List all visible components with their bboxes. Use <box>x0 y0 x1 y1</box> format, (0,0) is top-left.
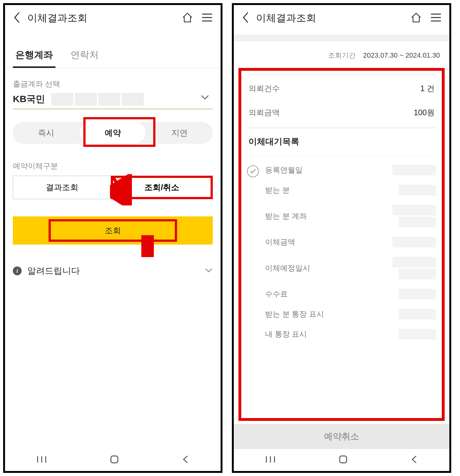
cancel-reservation-button[interactable]: 예약취소 <box>234 424 449 449</box>
pending-item[interactable]: 등록연월일 받는 분 받는 분 계좌 이체금액 이체예정일시 수수료 받는 분 … <box>247 165 436 341</box>
seg-reserved[interactable]: 예약 <box>80 122 146 144</box>
masked-value <box>392 165 436 175</box>
seg-immediate[interactable]: 즉시 <box>13 122 80 144</box>
notice-row[interactable]: i 알려드립니다 <box>13 265 213 277</box>
label-fee: 수수료 <box>265 289 288 299</box>
count-label: 의뢰건수 <box>248 83 280 94</box>
account-select[interactable]: KB국민 <box>13 93 213 109</box>
home-icon[interactable] <box>181 11 194 25</box>
chevron-down-icon <box>200 94 210 102</box>
masked-value <box>392 237 436 247</box>
nav-home-icon[interactable] <box>110 455 119 465</box>
pending-list-title: 이체대기목록 <box>247 136 436 147</box>
content-left: 출금계좌 선택 KB국민 즉시 예약 지연 예약이체구분 결과조회 조회/취소 … <box>5 68 221 449</box>
home-icon[interactable] <box>410 11 422 25</box>
page-title: 이체결과조회 <box>27 11 175 25</box>
masked-value <box>399 329 436 339</box>
detail-list: 등록연월일 받는 분 받는 분 계좌 이체금액 이체예정일시 수수료 받는 분 … <box>265 165 436 341</box>
tabs: 은행계좌 연락처 <box>5 44 221 68</box>
annotation-arrow-1 <box>110 174 132 205</box>
label-my-memo: 내 통장 표시 <box>265 329 307 339</box>
android-nav-bar <box>5 449 221 471</box>
svg-line-3 <box>113 177 126 198</box>
account-select-label: 출금계좌 선택 <box>13 79 213 89</box>
period-row: 조회기간 2023.07.30 ~ 2024.01.30 <box>234 41 449 68</box>
amount-value: 100원 <box>414 107 435 118</box>
highlight-result-box: 의뢰건수 1 건 의뢰금액 100원 이체대기목록 등록연월일 받는 분 받는 … <box>238 68 445 421</box>
transfer-type-segment: 즉시 예약 지연 <box>13 122 213 144</box>
masked-value <box>392 257 436 279</box>
label-recipient: 받는 분 <box>265 185 290 195</box>
masked-value <box>392 205 436 227</box>
masked-value <box>399 309 436 319</box>
label-recv-memo: 받는 분 통장 표시 <box>265 309 324 319</box>
header: 이체결과조회 <box>5 5 221 31</box>
tab-bank-account[interactable]: 은행계좌 <box>13 44 55 68</box>
svg-rect-15 <box>340 456 347 463</box>
nav-recent-icon[interactable] <box>36 455 47 465</box>
separator-strip <box>234 34 449 41</box>
summary-count: 의뢰건수 1 건 <box>247 76 436 101</box>
back-icon[interactable] <box>13 11 21 25</box>
nav-recent-icon[interactable] <box>265 455 276 465</box>
back-icon[interactable] <box>242 11 250 25</box>
menu-icon[interactable] <box>201 13 213 23</box>
label-amount: 이체금액 <box>265 237 295 247</box>
annotation-arrow-2 <box>141 235 154 257</box>
nav-back-icon[interactable] <box>182 455 189 465</box>
page-title: 이체결과조회 <box>256 11 404 25</box>
summary-amount: 의뢰금액 100원 <box>247 101 436 125</box>
account-masked <box>51 93 144 106</box>
label-schedule: 이체예정일시 <box>265 263 310 273</box>
count-value: 1 건 <box>420 83 435 94</box>
notice-text: 알려드립니다 <box>27 265 199 277</box>
submit-highlight: 조회 <box>49 219 177 242</box>
bank-name: KB국민 <box>13 93 45 106</box>
nav-back-icon[interactable] <box>410 455 418 465</box>
phone-right: 이체결과조회 조회기간 2023.07.30 ~ 2024.01.30 의뢰건수… <box>232 3 451 473</box>
btn-result-inquiry[interactable]: 결과조회 <box>13 176 111 199</box>
phone-left: 이체결과조회 은행계좌 연락처 출금계좌 선택 KB국민 즉시 <box>3 3 222 473</box>
menu-icon[interactable] <box>430 13 442 23</box>
divider <box>247 157 436 157</box>
seg-delayed[interactable]: 지연 <box>146 122 213 144</box>
check-icon[interactable] <box>247 165 259 177</box>
android-nav-bar <box>234 449 449 471</box>
nav-home-icon[interactable] <box>338 455 348 465</box>
masked-value <box>399 185 436 195</box>
label-reg-date: 등록연월일 <box>265 165 303 175</box>
tab-contact[interactable]: 연락처 <box>68 44 101 68</box>
amount-label: 의뢰금액 <box>248 107 280 118</box>
submit-button[interactable]: 조회 <box>13 216 213 245</box>
divider <box>247 128 436 128</box>
svg-rect-8 <box>111 456 118 463</box>
info-icon: i <box>13 266 22 275</box>
reserve-type-label: 예약이체구분 <box>13 161 213 171</box>
header: 이체결과조회 <box>234 5 449 31</box>
masked-value <box>399 289 436 299</box>
period-label: 조회기간 <box>328 51 356 59</box>
period-value: 2023.07.30 ~ 2024.01.30 <box>363 51 440 59</box>
chevron-down-icon <box>205 268 213 274</box>
label-recipient-acct: 받는 분 계좌 <box>265 211 307 221</box>
